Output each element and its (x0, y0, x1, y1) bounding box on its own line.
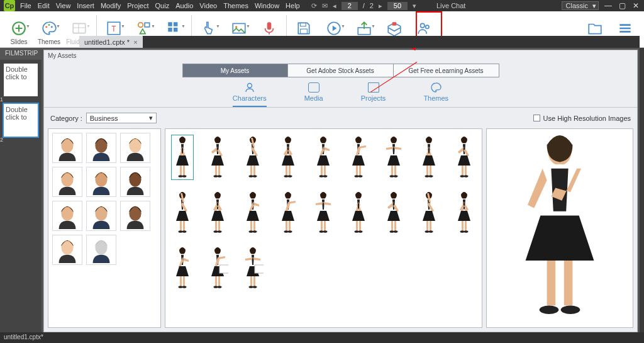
character-pose[interactable] (207, 246, 228, 290)
document-tab[interactable]: untitled1.cptx *× (79, 36, 143, 48)
tab-adobe-stock[interactable]: Get Adobe Stock Assets (288, 64, 394, 77)
category-label: Category : (50, 115, 82, 122)
character-pose[interactable] (418, 135, 440, 179)
svg-point-85 (429, 175, 433, 177)
window-close-icon[interactable]: ✕ (631, 2, 640, 9)
app-logo: Cp (4, 0, 15, 11)
zoom-value[interactable]: 50 (387, 2, 408, 10)
hires-toggle[interactable]: Use High Resolution Images (533, 115, 631, 122)
slides-button[interactable]: ▼Slides (4, 13, 34, 45)
svg-rect-113 (324, 221, 326, 231)
close-tab-icon[interactable]: × (133, 38, 137, 46)
menu-file[interactable]: File (20, 2, 31, 9)
character-head[interactable] (86, 167, 116, 197)
svg-point-105 (253, 230, 257, 233)
menu-edit[interactable]: Edit (38, 2, 50, 9)
character-head[interactable] (120, 133, 150, 163)
menu-insert[interactable]: Insert (77, 2, 94, 9)
character-pose[interactable] (348, 191, 369, 235)
svg-point-55 (218, 175, 222, 177)
menu-help[interactable]: Help (286, 2, 300, 9)
next-page-icon[interactable]: ▸ (379, 2, 382, 10)
character-pose[interactable] (172, 191, 193, 235)
page-current[interactable]: 2 (341, 2, 358, 10)
svg-point-130 (429, 230, 433, 233)
character-head[interactable] (52, 201, 82, 231)
svg-rect-93 (183, 221, 185, 231)
character-pose[interactable] (172, 135, 193, 179)
source-tabs: My Assets Get Adobe Stock Assets Get Fre… (44, 64, 637, 77)
svg-point-114 (319, 230, 324, 233)
menu-audio[interactable]: Audio (175, 2, 193, 9)
character-pose[interactable] (313, 191, 334, 235)
character-pose[interactable] (207, 135, 228, 179)
character-pose[interactable] (383, 135, 404, 179)
character-pose[interactable] (172, 246, 193, 290)
prev-page-icon[interactable]: ◂ (333, 2, 336, 10)
character-head[interactable] (86, 133, 116, 163)
right-dock[interactable] (640, 48, 644, 332)
character-pose[interactable] (313, 135, 334, 179)
menu-quiz[interactable]: Quiz (155, 2, 170, 9)
svg-point-45 (95, 240, 107, 255)
live-chat[interactable]: Live Chat (436, 2, 465, 9)
menu-modify[interactable]: Modify (101, 2, 121, 9)
slide-thumb-1[interactable]: Double click to1 (4, 64, 38, 96)
svg-point-49 (179, 175, 183, 177)
svg-point-31 (61, 172, 73, 187)
character-head[interactable] (120, 201, 150, 231)
character-head[interactable] (52, 133, 82, 163)
tab-themes[interactable]: Themes (423, 82, 448, 107)
svg-point-74 (355, 175, 359, 177)
menu-video[interactable]: Video (199, 2, 217, 9)
category-select[interactable]: Business▾ (86, 113, 157, 123)
menu-project[interactable]: Project (127, 2, 148, 9)
svg-point-89 (460, 175, 465, 177)
character-head[interactable] (52, 167, 82, 197)
character-pose[interactable] (383, 191, 404, 235)
character-pose[interactable] (242, 191, 264, 235)
sync-icon[interactable]: ⟳ (311, 2, 317, 10)
character-pose[interactable] (453, 135, 475, 179)
svg-rect-4 (73, 23, 86, 33)
character-head[interactable] (86, 235, 116, 265)
themes-button[interactable]: ▼Themes (34, 13, 64, 45)
character-pose[interactable] (242, 135, 264, 179)
character-head[interactable] (86, 201, 116, 231)
svg-rect-87 (462, 166, 464, 176)
svg-rect-62 (286, 166, 287, 176)
svg-rect-148 (250, 276, 252, 286)
tab-characters[interactable]: Characters (233, 82, 267, 107)
character-pose[interactable] (277, 135, 299, 179)
svg-point-79 (390, 175, 394, 177)
tab-media[interactable]: Media (304, 82, 323, 107)
menu-themes[interactable]: Themes (223, 2, 248, 9)
character-pose[interactable] (207, 191, 228, 235)
titlebar-center: ⟳ ✉ ◂ 2 / 2 ▸ 50 ▾ Live Chat (311, 2, 466, 10)
character-head[interactable] (52, 235, 82, 265)
character-pose[interactable] (242, 246, 264, 290)
layout-selector[interactable]: Classic (562, 1, 599, 10)
svg-rect-107 (286, 221, 287, 231)
character-pose[interactable] (418, 191, 440, 235)
character-poses-gallery (165, 128, 482, 328)
svg-rect-12 (174, 27, 178, 31)
window-min-icon[interactable]: — (604, 2, 613, 9)
svg-point-1 (45, 26, 47, 28)
menu-window[interactable]: Window (255, 2, 279, 9)
mail-icon[interactable]: ✉ (322, 2, 328, 10)
character-head[interactable] (120, 167, 150, 197)
character-pose[interactable] (453, 191, 475, 235)
filmstrip-tab[interactable]: FILMSTRIP (0, 48, 43, 60)
tab-projects[interactable]: Projects (361, 82, 386, 107)
window-max-icon[interactable]: ▢ (618, 2, 626, 9)
svg-rect-98 (218, 221, 220, 231)
svg-point-145 (218, 286, 222, 288)
tab-my-assets[interactable]: My Assets (182, 64, 288, 77)
menu-view[interactable]: View (56, 2, 71, 9)
slide-thumb-2[interactable]: Double click to2 (4, 104, 38, 137)
character-pose[interactable] (277, 191, 299, 235)
zoom-dd-icon[interactable]: ▾ (413, 2, 416, 10)
character-pose[interactable] (348, 135, 369, 179)
svg-rect-108 (289, 221, 291, 231)
